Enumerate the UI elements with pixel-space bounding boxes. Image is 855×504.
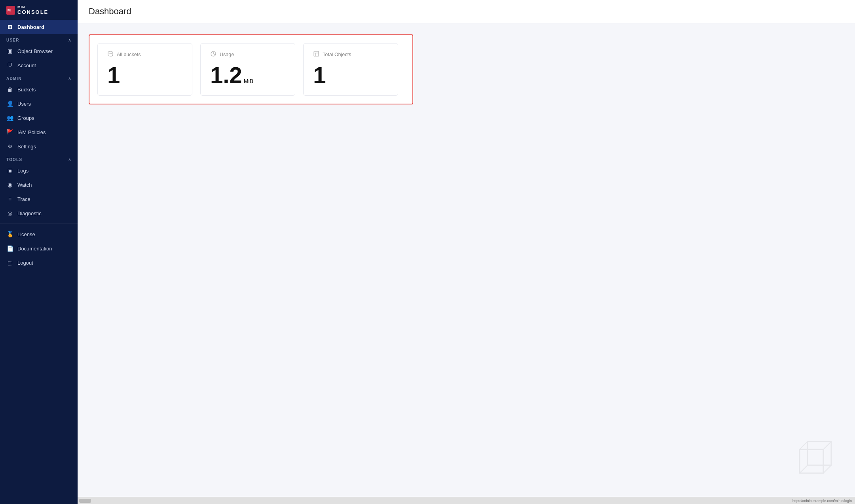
- sidebar-item-trace[interactable]: ≡ Trace: [0, 192, 78, 206]
- sidebar-item-account[interactable]: ⛉ Account: [0, 58, 78, 72]
- logo-text: MIN CONSOLE: [17, 6, 48, 15]
- iam-policies-icon: 🚩: [6, 129, 13, 135]
- watch-icon: ◉: [6, 182, 13, 188]
- svg-line-10: [800, 465, 808, 473]
- total-objects-value: 1: [313, 64, 388, 87]
- all-buckets-value: 1: [107, 64, 182, 87]
- minio-logo-icon: M: [6, 6, 15, 15]
- sidebar-item-logout-label: Logout: [17, 260, 33, 266]
- sidebar-item-trace-label: Trace: [17, 196, 30, 202]
- sidebar-item-documentation-label: Documentation: [17, 246, 52, 252]
- buckets-icon: 🗑: [6, 86, 13, 93]
- sidebar-item-logs[interactable]: ▣ Logs: [0, 163, 78, 178]
- dashboard-icon: ⊞: [6, 24, 13, 30]
- object-browser-icon: ▣: [6, 48, 13, 54]
- sidebar-item-watch[interactable]: ◉ Watch: [0, 178, 78, 192]
- sidebar-item-account-label: Account: [17, 63, 36, 68]
- sidebar-item-logout[interactable]: ⬚ Logout: [0, 256, 78, 270]
- usage-label: Usage: [220, 52, 234, 57]
- sidebar-item-iam-policies-label: IAM Policies: [17, 129, 46, 135]
- admin-section-chevron[interactable]: ∧: [68, 76, 71, 81]
- sidebar-item-diagnostic[interactable]: ◎ Diagnostic: [0, 206, 78, 220]
- content-area: All buckets 1 Usage: [78, 23, 855, 497]
- horizontal-scrollbar[interactable]: [79, 499, 91, 503]
- stat-card-total-objects: Total Objects 1: [303, 43, 398, 96]
- stat-card-usage: Usage 1.2 MiB: [200, 43, 295, 96]
- sidebar: M MIN CONSOLE ⊞ Dashboard USER ∧ ▣ Objec…: [0, 0, 78, 504]
- stat-card-all-buckets: All buckets 1: [97, 43, 192, 96]
- sidebar-divider: [0, 224, 78, 224]
- trace-icon: ≡: [6, 196, 13, 202]
- total-objects-card-icon: [313, 51, 319, 58]
- tools-section-chevron[interactable]: ∧: [68, 157, 71, 162]
- diagnostic-icon: ◎: [6, 210, 13, 216]
- sidebar-item-license-label: License: [17, 231, 35, 237]
- status-url: https://minio.example.com/minio/login: [792, 499, 853, 503]
- svg-rect-3: [314, 51, 319, 56]
- all-buckets-card-icon: [107, 51, 114, 58]
- account-icon: ⛉: [6, 62, 13, 68]
- sidebar-item-diagnostic-label: Diagnostic: [17, 210, 42, 216]
- sidebar-item-dashboard-label: Dashboard: [17, 24, 44, 30]
- sidebar-item-users-label: Users: [17, 101, 31, 107]
- stat-card-total-objects-header: Total Objects: [313, 51, 388, 58]
- all-buckets-label: All buckets: [117, 52, 141, 57]
- main-area: Dashboard All buckets 1: [78, 0, 855, 504]
- sidebar-item-settings-label: Settings: [17, 144, 36, 150]
- logo: M MIN CONSOLE: [0, 0, 78, 20]
- usage-card-icon: [210, 51, 217, 58]
- logs-icon: ▣: [6, 167, 13, 174]
- sidebar-item-dashboard[interactable]: ⊞ Dashboard: [0, 20, 78, 34]
- sidebar-item-license[interactable]: 🏅 License: [0, 227, 78, 241]
- sidebar-item-watch-label: Watch: [17, 182, 32, 188]
- svg-text:M: M: [8, 8, 11, 12]
- stat-card-all-buckets-header: All buckets: [107, 51, 182, 58]
- groups-icon: 👥: [6, 115, 13, 121]
- usage-unit: MiB: [244, 78, 253, 84]
- sidebar-item-groups-label: Groups: [17, 115, 34, 121]
- header: Dashboard: [78, 0, 855, 23]
- bottom-bar: https://minio.example.com/minio/login: [78, 497, 855, 504]
- svg-line-9: [823, 441, 831, 449]
- logout-icon: ⬚: [6, 260, 13, 266]
- page-title: Dashboard: [89, 6, 131, 17]
- sidebar-section-admin: ADMIN ∧: [0, 72, 78, 82]
- stat-card-usage-header: Usage: [210, 51, 285, 58]
- sidebar-item-buckets-label: Buckets: [17, 87, 36, 93]
- settings-icon: ⚙: [6, 143, 13, 150]
- sidebar-item-buckets[interactable]: 🗑 Buckets: [0, 82, 78, 97]
- sidebar-section-tools: TOOLS ∧: [0, 153, 78, 163]
- user-section-chevron[interactable]: ∧: [68, 38, 71, 42]
- sidebar-item-logs-label: Logs: [17, 168, 28, 174]
- sidebar-item-object-browser-label: Object Browser: [17, 48, 53, 54]
- sidebar-item-object-browser[interactable]: ▣ Object Browser: [0, 44, 78, 58]
- usage-value: 1.2 MiB: [210, 64, 285, 87]
- svg-line-11: [823, 465, 831, 473]
- dashboard-stats-container: All buckets 1 Usage: [89, 34, 413, 104]
- total-objects-label: Total Objects: [323, 52, 351, 57]
- svg-line-8: [800, 441, 808, 449]
- sidebar-item-users[interactable]: 👤 Users: [0, 97, 78, 111]
- minio-watermark: [792, 434, 839, 481]
- sidebar-section-user: USER ∧: [0, 34, 78, 44]
- documentation-icon: 📄: [6, 245, 13, 252]
- license-icon: 🏅: [6, 231, 13, 237]
- sidebar-item-groups[interactable]: 👥 Groups: [0, 111, 78, 125]
- sidebar-item-iam-policies[interactable]: 🚩 IAM Policies: [0, 125, 78, 139]
- sidebar-item-settings[interactable]: ⚙ Settings: [0, 139, 78, 153]
- sidebar-item-documentation[interactable]: 📄 Documentation: [0, 241, 78, 256]
- users-icon: 👤: [6, 100, 13, 107]
